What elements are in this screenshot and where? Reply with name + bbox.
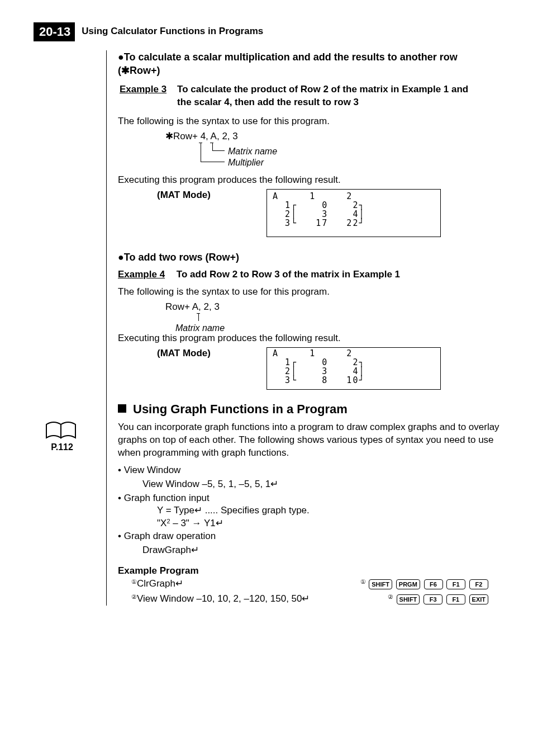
reference-page: P.112 [45, 441, 79, 453]
graph-draw-code: DrawGraph↵ [142, 544, 499, 557]
example-program-line1: ①ClrGraph↵ ① SHIFT PRGM F6 F1 F2 [131, 578, 489, 590]
example-program-heading: Example Program [118, 565, 499, 578]
sec1-screen: A 1 2 1┌ 0 2┐ 2│ 3 4│ 3└ 17 22┘ [266, 189, 441, 237]
sec1-matrix-data: A 1 2 1┌ 0 2┐ 2│ 3 4│ 3└ 17 22┘ [273, 192, 365, 228]
sec1-heading: ●To calculate a scalar multiplication an… [118, 50, 499, 78]
sec3-heading-text: Using Graph Functions in a Program [133, 402, 348, 416]
example3-row: Example 3 To calculate the product of Ro… [118, 82, 499, 111]
key-shift: SHIFT [397, 594, 420, 604]
example-program-line2: ②View Window –10, 10, 2, –120, 150, 50↵ … [131, 593, 489, 606]
key-exit: EXIT [469, 594, 488, 604]
key-f1: F1 [446, 594, 465, 604]
graph-func-code1: Y = Type↵ ..... Specifies graph type. [157, 504, 499, 517]
key-f1: F1 [446, 579, 465, 589]
sec1-intro: The following is the syntax to use for t… [118, 115, 499, 128]
sec1-ann-mult: Multiplier [228, 157, 264, 169]
sec2-intro: The following is the syntax to use for t… [118, 286, 499, 299]
ep1-superscript: ① [131, 578, 137, 585]
sec1-syntax-main: ✱Row+ 4, A, 2, 3 [165, 131, 238, 141]
chapter-badge: 20-13 [34, 22, 75, 41]
graph-func-code2: "X2 – 3" → Y1↵ [157, 517, 499, 530]
ep1-code: ClrGraph↵ [137, 578, 183, 589]
example4-desc: To add Row 2 to Row 3 of the matrix in E… [177, 269, 400, 280]
sec1-syntax: ✱Row+ 4, A, 2, 3 Matrix name Multiplier [165, 130, 499, 169]
graph-func-input-label: • Graph function input [118, 492, 499, 505]
ep2-keys: ② SHIFT F3 F1 EXIT [388, 593, 489, 606]
pages-icon [45, 418, 79, 440]
chapter-title: Using Calculator Functions in Programs [82, 25, 263, 38]
example3-desc-line2: the scalar 4, then add the result to row… [177, 96, 468, 109]
example3-label: Example 3 [120, 84, 166, 94]
example3-desc-line1: To calculate the product of Row 2 of the… [177, 83, 468, 96]
key-f6: F6 [424, 579, 443, 589]
square-icon [118, 404, 126, 413]
sec1-mat-mode: (MAT Mode) [157, 189, 211, 202]
view-window-code: View Window –5, 5, 1, –5, 5, 1↵ [142, 478, 499, 491]
view-window-label: • View Window [118, 464, 499, 477]
key-prgm: PRGM [396, 579, 420, 589]
ep2-code: View Window –10, 10, 2, –120, 150, 50↵ [137, 593, 310, 604]
ep2-superscript: ② [131, 593, 137, 600]
sec3-body: You can incorporate graph functions into… [118, 421, 499, 460]
sec2-heading: ●To add two rows (Row+) [118, 251, 499, 264]
reference-icon: P.112 [45, 418, 79, 453]
sec3-heading: Using Graph Functions in a Program [118, 401, 499, 418]
graph-draw-label: • Graph draw operation [118, 530, 499, 543]
key-f2: F2 [469, 579, 488, 589]
example4-label: Example 4 [118, 269, 165, 280]
example4-row: Example 4 To add Row 2 to Row 3 of the m… [118, 268, 499, 281]
key-f3: F3 [423, 594, 442, 604]
sec2-syntax: Row+ A, 2, 3 Matrix name [165, 301, 499, 332]
sec2-screen: A 1 2 1┌ 0 2┐ 2│ 3 4│ 3└ 8 10┘ [266, 347, 441, 390]
ep1-keys: ① SHIFT PRGM F6 F1 F2 [360, 578, 489, 590]
sec2-result: (MAT Mode) A 1 2 1┌ 0 2┐ 2│ 3 4│ 3└ 8 10… [118, 347, 499, 390]
chapter-header: 20-13 Using Calculator Functions in Prog… [34, 22, 499, 41]
sec1-result: (MAT Mode) A 1 2 1┌ 0 2┐ 2│ 3 4│ 3└ 17 2… [118, 189, 499, 237]
key-shift: SHIFT [369, 579, 392, 589]
sec2-matrix-data: A 1 2 1┌ 0 2┐ 2│ 3 4│ 3└ 8 10┘ [273, 349, 365, 385]
sec2-syntax-main: Row+ A, 2, 3 [165, 301, 220, 312]
sec1-ann-matrix: Matrix name [228, 145, 277, 158]
sec2-ann-matrix: Matrix name [175, 322, 225, 334]
sec2-mat-mode: (MAT Mode) [157, 347, 211, 360]
page-number: 390 [0, 622, 499, 635]
sec1-exec: Executing this program produces the foll… [118, 174, 499, 187]
